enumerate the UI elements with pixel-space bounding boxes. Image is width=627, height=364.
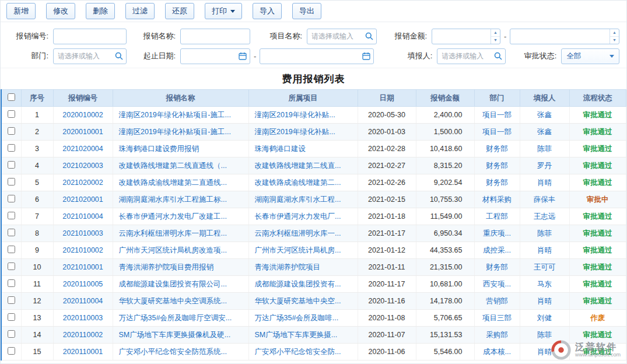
reimburse-name-link[interactable]: 珠海鹤港口建设费用报销 bbox=[119, 145, 199, 153]
row-checkbox[interactable] bbox=[8, 144, 15, 152]
reimburse-code-link[interactable]: 2020010002 bbox=[62, 111, 103, 119]
reimburse-code-link[interactable]: 2020110001 bbox=[63, 348, 103, 356]
row-department[interactable]: 营销部 bbox=[486, 297, 508, 305]
project-link[interactable]: 长春市伊通河水力发电厂... bbox=[255, 212, 341, 220]
project-link[interactable]: SM广场地下车库更换摄... bbox=[255, 331, 338, 339]
project-link[interactable]: 广安邓小平纪念馆安全防... bbox=[255, 348, 341, 356]
project-link[interactable]: 万达广场35#会所及咖啡... bbox=[255, 314, 339, 322]
row-department[interactable]: 工程部 bbox=[486, 212, 508, 220]
row-department[interactable]: 财务部 bbox=[486, 263, 508, 271]
reimburse-code-link[interactable]: 2021010003 bbox=[62, 229, 103, 237]
stepper-down-icon[interactable]: ▼ bbox=[610, 37, 619, 44]
amount-min-stepper[interactable]: ▲▼ bbox=[491, 29, 500, 44]
calendar-icon[interactable] bbox=[362, 52, 370, 60]
project-link[interactable]: 广州市天河区统计局机房... bbox=[255, 246, 341, 254]
row-checkbox[interactable] bbox=[8, 178, 15, 186]
stepper-up-icon[interactable]: ▲ bbox=[610, 29, 619, 37]
amount-max-input[interactable] bbox=[510, 29, 619, 44]
reimburse-name-link[interactable]: 广州市天河区统计局机房改造项... bbox=[119, 246, 227, 254]
row-department[interactable]: 财务部 bbox=[486, 178, 508, 187]
edit-button[interactable]: 修改 bbox=[46, 3, 75, 19]
reimburse-name-link[interactable]: 云南水利枢纽潜明水库一期工程... bbox=[119, 229, 227, 237]
export-button[interactable]: 导出 bbox=[292, 3, 321, 19]
search-icon[interactable] bbox=[494, 52, 502, 60]
reimburse-code-link[interactable]: 2021010001 bbox=[62, 263, 103, 271]
print-button[interactable]: 打印 bbox=[205, 3, 242, 19]
reimburse-name-link[interactable]: 广安邓小平纪念馆安全防范系统... bbox=[119, 348, 227, 356]
row-checkbox[interactable] bbox=[8, 161, 15, 169]
calendar-icon[interactable] bbox=[239, 52, 247, 60]
row-checkbox[interactable] bbox=[8, 110, 15, 118]
reimburse-name-link[interactable]: 潼南区2019年绿化补贴项目-施工... bbox=[119, 128, 231, 136]
project-link[interactable]: 改建铁路成渝线增建第二... bbox=[255, 178, 341, 187]
row-checkbox[interactable] bbox=[8, 330, 15, 338]
amount-max-stepper[interactable]: ▲▼ bbox=[610, 29, 619, 44]
row-department[interactable]: 西安项... bbox=[483, 280, 511, 288]
row-checkbox[interactable] bbox=[8, 246, 15, 253]
search-icon[interactable] bbox=[115, 52, 123, 60]
project-link[interactable]: 潼南区2019年绿化补贴... bbox=[255, 111, 335, 119]
reimburse-name-link[interactable]: 改建铁路线增建第二线直通线（... bbox=[119, 162, 227, 170]
row-department[interactable]: 项目一部 bbox=[482, 128, 512, 136]
row-checkbox[interactable] bbox=[8, 212, 15, 219]
row-checkbox[interactable] bbox=[8, 279, 15, 287]
reimburse-code-link[interactable]: 2020110004 bbox=[63, 297, 103, 305]
reimburse-name-link[interactable]: 湖南洞庭湖水库引水工程施工标... bbox=[119, 195, 227, 204]
row-checkbox[interactable] bbox=[8, 127, 15, 135]
restore-button[interactable]: 还原 bbox=[165, 3, 194, 19]
project-link[interactable]: 湖南洞庭湖水库引水工程... bbox=[255, 195, 341, 204]
delete-button[interactable]: 删除 bbox=[86, 3, 115, 19]
row-department[interactable]: 材料采购 bbox=[482, 195, 512, 204]
reimburse-code-link[interactable]: 2021020003 bbox=[62, 162, 103, 170]
row-filler[interactable]: 薛保丰 bbox=[534, 195, 556, 204]
row-checkbox[interactable] bbox=[8, 195, 15, 202]
reimburse-code-link[interactable]: 2020110002 bbox=[63, 331, 103, 339]
reimburse-code-link[interactable]: 2020110003 bbox=[63, 314, 103, 322]
reimburse-name-link[interactable]: 长春市伊通河水力发电厂改建工... bbox=[119, 212, 227, 220]
row-department[interactable]: 财务部 bbox=[486, 162, 508, 170]
row-checkbox[interactable] bbox=[8, 262, 15, 270]
end-date-input[interactable] bbox=[260, 48, 374, 64]
reimburse-name-link[interactable]: 青海洪湖养护院项目费用报销 bbox=[119, 263, 214, 271]
filter-button[interactable]: 过滤 bbox=[125, 3, 155, 19]
row-filler[interactable]: 陈菲 bbox=[537, 229, 552, 237]
reimburse-name-link[interactable]: 成都能源建设集团投资有限公司... bbox=[119, 280, 227, 288]
row-filler[interactable]: 张鑫 bbox=[537, 111, 552, 119]
reimburse-name-link[interactable]: 改建铁路成渝线增建第二直通线... bbox=[119, 178, 227, 187]
row-department[interactable]: 成本核... bbox=[483, 348, 511, 356]
approval-status-select[interactable]: 全部 bbox=[561, 48, 619, 64]
reimburse-code-link[interactable]: 2021010002 bbox=[62, 246, 103, 254]
row-filler[interactable]: 陈菲 bbox=[537, 331, 552, 339]
reimburse-code-link[interactable]: 2021020002 bbox=[62, 178, 103, 187]
row-department[interactable]: 成控采... bbox=[483, 246, 511, 254]
row-department[interactable]: 项目三部 bbox=[482, 314, 512, 322]
row-filler[interactable]: 王志远 bbox=[534, 212, 556, 220]
project-link[interactable]: 珠海鹤港口建设 bbox=[255, 145, 306, 153]
project-link[interactable]: 云南水利枢纽潜明水库一... bbox=[255, 229, 341, 237]
reimburse-name-link[interactable]: 万达广场35#会所及咖啡厅空调安... bbox=[119, 314, 232, 322]
row-filler[interactable]: 肖晴 bbox=[537, 178, 552, 187]
reimburse-code-link[interactable]: 2020010001 bbox=[62, 128, 103, 136]
row-checkbox[interactable] bbox=[8, 229, 15, 236]
stepper-up-icon[interactable]: ▲ bbox=[491, 29, 500, 37]
project-link[interactable]: 华软大厦研究基地中央空... bbox=[255, 297, 341, 305]
row-filler[interactable]: 罗丹 bbox=[537, 162, 552, 170]
row-filler[interactable]: 张鑫 bbox=[537, 128, 552, 136]
row-department[interactable]: 财务部 bbox=[486, 145, 508, 153]
row-department[interactable]: 重庆项... bbox=[483, 229, 511, 237]
import-button[interactable]: 导入 bbox=[253, 3, 282, 19]
reimburse-no-input[interactable] bbox=[53, 29, 127, 44]
row-department[interactable]: 项目一部 bbox=[482, 111, 512, 119]
reimburse-code-link[interactable]: 2020110005 bbox=[63, 280, 103, 288]
row-filler[interactable]: 肖晴 bbox=[537, 246, 552, 254]
add-button[interactable]: 新增 bbox=[6, 3, 36, 19]
reimburse-name-input[interactable] bbox=[180, 29, 250, 44]
stepper-down-icon[interactable]: ▼ bbox=[491, 37, 500, 44]
reimburse-name-link[interactable]: 潼南区2019年绿化补贴项目-施工... bbox=[119, 111, 231, 119]
reimburse-code-link[interactable]: 2021020004 bbox=[62, 145, 103, 153]
search-icon[interactable] bbox=[365, 32, 373, 40]
row-filler[interactable]: 刘健 bbox=[537, 314, 552, 322]
project-link[interactable]: 成都能源建设集团投资有... bbox=[255, 280, 341, 288]
reimburse-code-link[interactable]: 2021010004 bbox=[62, 212, 103, 220]
row-filler[interactable]: 王可可 bbox=[534, 263, 556, 271]
